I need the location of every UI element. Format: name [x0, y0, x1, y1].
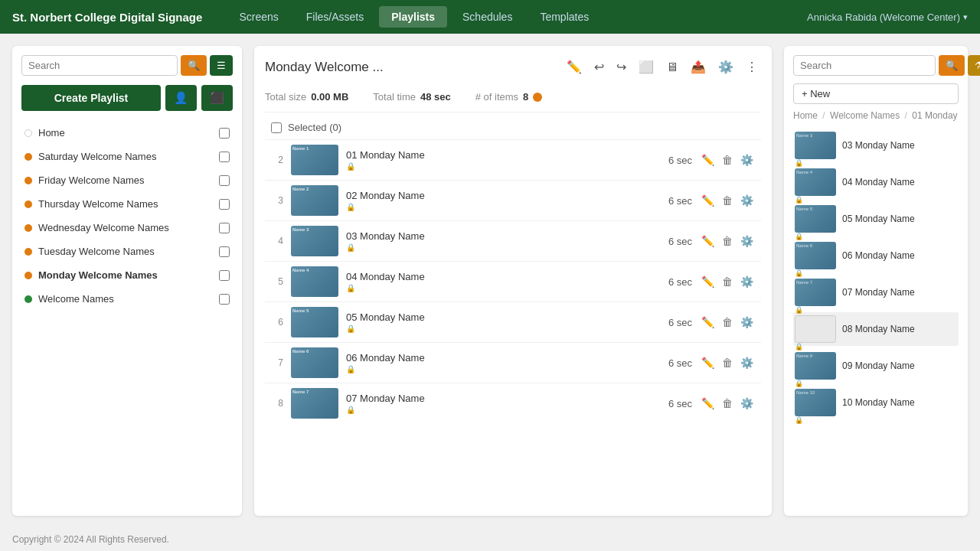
- playlist-checkbox-tuesday[interactable]: [219, 246, 230, 257]
- item-name-text-4: 04 Monday Name: [346, 271, 648, 282]
- item-sec-6: 6 sec: [655, 357, 692, 369]
- edit-title-button[interactable]: ✏️: [564, 57, 585, 77]
- playlist-icon-button-2[interactable]: ⬛: [201, 85, 233, 111]
- item-edit-3[interactable]: ✏️: [700, 233, 716, 249]
- right-search-row: 🔍 ⚗ ☰: [793, 55, 959, 76]
- item-thumb-2: Name 2: [291, 185, 338, 216]
- right-item-05[interactable]: Name 5 🔒 05 Monday Name: [793, 202, 959, 236]
- item-settings-6[interactable]: ⚙️: [739, 355, 755, 370]
- left-search-input[interactable]: [21, 55, 178, 76]
- right-item-07[interactable]: Name 7 🔒 07 Monday Name: [793, 276, 959, 309]
- playlist-icon-button-1[interactable]: 👤: [165, 85, 197, 111]
- playlist-item-wednesday[interactable]: Wednesday Welcome Names: [21, 217, 233, 239]
- nav-templates[interactable]: Templates: [528, 6, 601, 28]
- nav-files[interactable]: Files/Assets: [294, 6, 376, 28]
- right-item-08[interactable]: 🔒 08 Monday Name: [793, 312, 959, 346]
- redo-button[interactable]: ↪: [613, 57, 629, 77]
- playlist-item-welcome[interactable]: Welcome Names: [21, 288, 233, 310]
- playlist-item-saturday[interactable]: Saturday Welcome Names: [21, 145, 233, 168]
- playlist-item-home[interactable]: Home: [21, 122, 233, 144]
- playlist-item-monday[interactable]: Monday Welcome Names: [21, 264, 233, 286]
- playlist-checkbox-monday[interactable]: [219, 270, 230, 281]
- right-search-input[interactable]: [793, 55, 936, 76]
- playlist-checkbox-wednesday[interactable]: [219, 223, 230, 233]
- right-item-09[interactable]: Name 9 🔒 09 Monday Name: [793, 349, 959, 383]
- right-item-10[interactable]: Name 10 🔒 10 Monday Name: [793, 386, 959, 419]
- item-edit-4[interactable]: ✏️: [700, 274, 716, 289]
- right-item-name-10: 10 Monday Name: [842, 397, 957, 408]
- item-delete-1[interactable]: 🗑: [720, 152, 734, 168]
- left-panel: 🔍 ☰ Create Playlist 👤 ⬛ Home Saturday We…: [12, 46, 242, 516]
- preview-button[interactable]: ⬜: [635, 57, 657, 77]
- item-settings-4[interactable]: ⚙️: [739, 274, 755, 289]
- item-num-5: 6: [271, 317, 283, 328]
- dot-orange-friday: [24, 177, 32, 184]
- item-delete-5[interactable]: 🗑: [720, 315, 734, 330]
- footer-text: Copyright © 2024 All Rights Reserved.: [12, 534, 169, 545]
- brand-title: St. Norbert College Digital Signage: [12, 11, 202, 24]
- thumb-text-6: Name 6: [292, 349, 337, 354]
- item-delete-4[interactable]: 🗑: [720, 274, 734, 289]
- right-filter-button[interactable]: ⚗: [968, 55, 980, 76]
- item-edit-1[interactable]: ✏️: [700, 152, 716, 168]
- item-actions-1: ✏️ 🗑 ⚙️: [700, 152, 755, 168]
- playlist-checkbox-saturday[interactable]: [219, 152, 230, 162]
- stat-size-label: Total size: [265, 91, 306, 103]
- item-settings-5[interactable]: ⚙️: [739, 315, 755, 330]
- more-button[interactable]: ⋮: [743, 57, 761, 77]
- item-thumb-1: Name 1: [291, 145, 338, 175]
- item-delete-7[interactable]: 🗑: [720, 396, 734, 411]
- breadcrumb-home[interactable]: Home: [793, 110, 818, 121]
- right-item-04[interactable]: Name 4 🔒 04 Monday Name: [793, 165, 959, 199]
- playlist-checkbox-welcome[interactable]: [219, 294, 230, 305]
- undo-button[interactable]: ↩: [591, 57, 607, 77]
- item-edit-5[interactable]: ✏️: [700, 315, 716, 330]
- breadcrumb-01-monday[interactable]: 01 Monday: [912, 110, 957, 121]
- left-filter-button[interactable]: ☰: [210, 55, 233, 76]
- nav-playlists[interactable]: Playlists: [379, 6, 447, 28]
- create-playlist-row: Create Playlist 👤 ⬛: [21, 85, 233, 111]
- breadcrumb-welcome-names[interactable]: Welcome Names: [830, 110, 900, 121]
- right-new-button[interactable]: + New: [793, 83, 959, 104]
- top-navigation: St. Norbert College Digital Signage Scre…: [0, 0, 980, 34]
- right-thumb-img-10: Name 10: [795, 389, 836, 416]
- item-settings-2[interactable]: ⚙️: [739, 193, 755, 208]
- display-button[interactable]: 🖥: [663, 57, 681, 77]
- create-playlist-button[interactable]: Create Playlist: [21, 85, 161, 111]
- left-search-button[interactable]: 🔍: [181, 55, 207, 76]
- settings-button[interactable]: ⚙️: [715, 57, 737, 77]
- item-edit-2[interactable]: ✏️: [700, 193, 716, 208]
- playlist-checkbox-home[interactable]: [219, 128, 230, 139]
- playlist-item-friday[interactable]: Friday Welcome Names: [21, 169, 233, 191]
- nav-schedules[interactable]: Schedules: [450, 6, 524, 28]
- playlist-checkbox-thursday[interactable]: [219, 199, 230, 210]
- select-all-checkbox[interactable]: [271, 122, 282, 133]
- item-sec-5: 6 sec: [655, 317, 692, 328]
- right-panel: 🔍 ⚗ ☰ + New Home / Welcome Names / 01 Mo…: [784, 46, 968, 516]
- item-settings-1[interactable]: ⚙️: [739, 152, 755, 168]
- user-menu[interactable]: Annicka Rabida (Welcome Center): [807, 11, 968, 23]
- item-num-7: 8: [271, 398, 283, 409]
- right-item-06[interactable]: Name 6 🔒 06 Monday Name: [793, 239, 959, 272]
- share-button[interactable]: 📤: [688, 57, 709, 77]
- right-item-lock-08: 🔒: [795, 343, 836, 350]
- item-lock-icon-3: 🔒: [346, 243, 648, 252]
- right-thumb-06: Name 6 🔒: [795, 242, 836, 269]
- thumb-text-2: Name 2: [292, 187, 337, 192]
- nav-screens[interactable]: Screens: [227, 6, 290, 28]
- playlist-item-thursday[interactable]: Thursday Welcome Names: [21, 193, 233, 215]
- playlist-checkbox-friday[interactable]: [219, 175, 230, 186]
- item-delete-2[interactable]: 🗑: [720, 193, 734, 208]
- playlist-item-tuesday[interactable]: Tuesday Welcome Names: [21, 240, 233, 262]
- right-thumb-img-07: Name 7: [795, 279, 836, 306]
- right-thumb-04: Name 4 🔒: [795, 168, 836, 196]
- item-delete-3[interactable]: 🗑: [720, 233, 734, 249]
- item-settings-3[interactable]: ⚙️: [739, 233, 755, 249]
- item-settings-7[interactable]: ⚙️: [739, 396, 755, 411]
- item-edit-6[interactable]: ✏️: [700, 355, 716, 370]
- right-item-03[interactable]: Name 3 🔒 03 Monday Name: [793, 129, 959, 162]
- dot-orange-saturday: [24, 153, 32, 161]
- item-edit-7[interactable]: ✏️: [700, 396, 716, 411]
- right-search-button[interactable]: 🔍: [939, 55, 965, 76]
- item-delete-6[interactable]: 🗑: [720, 355, 734, 370]
